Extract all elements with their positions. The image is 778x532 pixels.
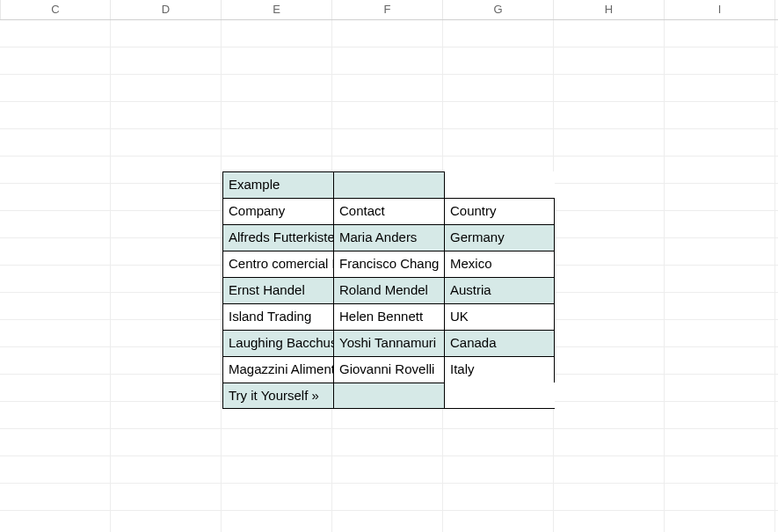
cell-company-0[interactable]: Alfreds Futterkiste — [222, 224, 333, 251]
cell-company-3[interactable]: Island Trading — [222, 303, 333, 330]
cell-country-0[interactable]: Germany — [444, 224, 555, 251]
cell-title[interactable]: Example — [222, 171, 333, 198]
grid-body[interactable]: Example Company Contact Country Alfreds … — [0, 20, 778, 532]
column-headers: C D E F G H I — [0, 0, 778, 20]
cell-company-4[interactable]: Laughing Bacchus Winecellars — [222, 330, 333, 356]
cell-contact-0[interactable]: Maria Anders — [333, 224, 444, 251]
cell-country-1[interactable]: Mexico — [444, 251, 555, 277]
col-header-e[interactable]: E — [222, 0, 332, 19]
col-header-h[interactable]: H — [554, 0, 665, 19]
cell-contact-4[interactable]: Yoshi Tannamuri — [333, 330, 444, 356]
cell-footer-blank[interactable] — [333, 383, 444, 409]
cell-header-country[interactable]: Country — [444, 198, 555, 224]
cell-contact-2[interactable]: Roland Mendel — [333, 277, 444, 303]
cell-company-5[interactable]: Magazzini Alimentari Riuniti — [222, 356, 333, 383]
data-table: Example Company Contact Country Alfreds … — [222, 171, 555, 409]
cell-header-contact[interactable]: Contact — [333, 198, 444, 224]
cell-header-company[interactable]: Company — [222, 198, 333, 224]
col-header-f[interactable]: F — [332, 0, 443, 19]
cell-blank[interactable] — [333, 171, 444, 198]
cell-country-5[interactable]: Italy — [444, 356, 555, 383]
col-header-i[interactable]: I — [665, 0, 775, 19]
cell-country-2[interactable]: Austria — [444, 277, 555, 303]
cell-footer-empty[interactable] — [444, 383, 555, 409]
cell-company-2[interactable]: Ernst Handel — [222, 277, 333, 303]
cell-contact-3[interactable]: Helen Bennett — [333, 303, 444, 330]
cell-footer[interactable]: Try it Yourself » — [222, 383, 333, 409]
cell-contact-5[interactable]: Giovanni Rovelli — [333, 356, 444, 383]
col-header-g[interactable]: G — [443, 0, 554, 19]
cell-contact-1[interactable]: Francisco Chang — [333, 251, 444, 277]
spreadsheet[interactable]: C D E F G H I Example — [0, 0, 778, 532]
cell-company-1[interactable]: Centro comercial Moctezuma — [222, 251, 333, 277]
cell-empty[interactable] — [444, 171, 555, 198]
col-header-d[interactable]: D — [111, 0, 222, 19]
cell-country-3[interactable]: UK — [444, 303, 555, 330]
cell-country-4[interactable]: Canada — [444, 330, 555, 356]
col-header-c[interactable]: C — [0, 0, 111, 19]
